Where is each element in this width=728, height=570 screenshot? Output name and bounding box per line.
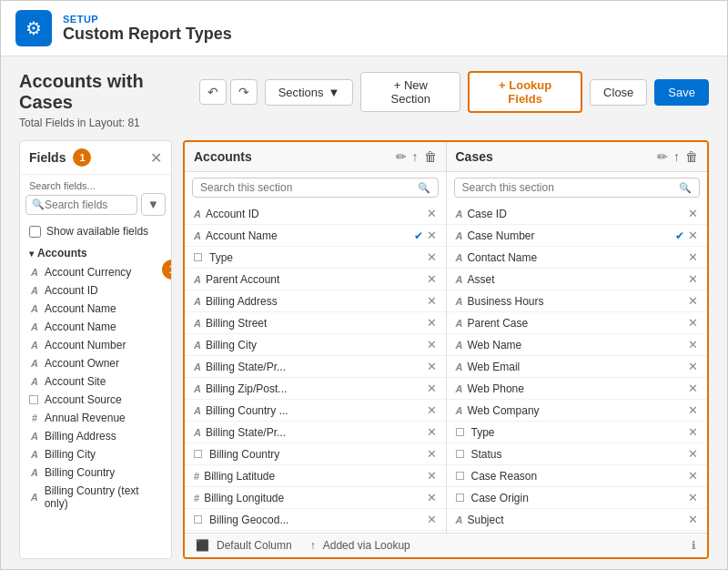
table-row: ABilling Address✕ [185, 290, 446, 312]
table-row: AContact Name✕ [447, 247, 708, 269]
fields-close-button[interactable]: ✕ [150, 149, 162, 167]
table-row: AWeb Name✕ [447, 334, 708, 356]
remove-button[interactable]: ✕ [688, 360, 698, 373]
remove-button[interactable]: ✕ [427, 469, 437, 483]
remove-button[interactable]: ✕ [427, 447, 437, 461]
field-type-icon: A [194, 209, 201, 219]
remove-button[interactable]: ✕ [427, 360, 437, 373]
table-row: Billing Geocod...✕ [185, 509, 446, 531]
remove-button[interactable]: ✕ [688, 294, 698, 308]
table-row: ABilling State/Pr...✕ [185, 422, 446, 443]
remove-button[interactable]: ✕ [688, 229, 698, 242]
remove-button[interactable]: ✕ [688, 207, 698, 220]
fields-search-box: 🔍 [25, 195, 137, 215]
remove-button[interactable]: ✕ [688, 447, 698, 461]
table-row: #Billing Longitude✕ [185, 487, 446, 509]
default-column-label: Default Column [217, 539, 292, 552]
remove-button[interactable]: ✕ [427, 425, 437, 439]
table-row: AAsset✕ [447, 269, 708, 290]
remove-button[interactable]: ✕ [688, 250, 698, 264]
fields-panel: Fields 1 ✕ Search fields... 🔍 ▼ Show ava… [19, 140, 172, 559]
list-item: AAccount Name [20, 300, 171, 318]
remove-button[interactable]: ✕ [427, 338, 437, 351]
field-type-icon: A [29, 467, 40, 478]
edit-icon[interactable]: ✏ [396, 149, 407, 164]
accounts-section-actions: ✏ ↑ 🗑 [396, 149, 437, 164]
remove-button[interactable]: ✕ [427, 272, 437, 286]
remove-button[interactable]: ✕ [688, 403, 698, 417]
remove-button[interactable]: ✕ [427, 403, 437, 417]
field-type-icon: A [194, 318, 201, 329]
cases-section-actions: ✏ ↑ 🗑 [657, 149, 698, 164]
trash-icon[interactable]: 🗑 [685, 149, 698, 164]
remove-button[interactable]: ✕ [688, 425, 698, 439]
fields-badge: 1 [73, 148, 91, 167]
list-item: #Annual Revenue [20, 409, 171, 427]
close-button[interactable]: Close [590, 79, 647, 106]
lookup-label: Added via Lookup [323, 539, 410, 552]
remove-button[interactable]: ✕ [427, 316, 437, 330]
remove-button[interactable]: ✕ [427, 250, 437, 264]
field-type-icon: A [29, 340, 40, 351]
redo-button[interactable]: ↷ [230, 79, 258, 105]
remove-button[interactable]: ✕ [427, 294, 437, 308]
chevron-icon: ▾ [29, 249, 34, 259]
table-row: ABusiness Hours✕ [447, 290, 708, 312]
remove-button[interactable]: ✕ [688, 491, 698, 504]
search-icon: 🔍 [32, 198, 45, 210]
show-available-label: Show available fields [46, 225, 148, 238]
field-type-icon: A [456, 340, 463, 351]
list-item: AAccount Number [20, 336, 171, 354]
remove-button[interactable]: ✕ [427, 491, 437, 504]
show-available-checkbox[interactable] [29, 226, 41, 238]
remove-button[interactable]: ✕ [427, 207, 437, 220]
table-row: ASubject✕ [447, 509, 708, 531]
accounts-search-input[interactable] [200, 181, 418, 194]
undo-button[interactable]: ↶ [199, 79, 227, 105]
edit-icon[interactable]: ✏ [657, 149, 668, 164]
up-icon[interactable]: ↑ [673, 149, 680, 164]
sections-grid: Accounts ✏ ↑ 🗑 🔍 AAccount [185, 142, 707, 533]
remove-button[interactable]: ✕ [427, 382, 437, 395]
trash-icon[interactable]: 🗑 [424, 149, 437, 164]
check-icon: ✔ [675, 229, 684, 242]
table-row: ACase ID✕ [447, 203, 708, 225]
check-icon: ✔ [414, 229, 423, 242]
table-row: Case Reason✕ [447, 465, 708, 487]
remove-button[interactable]: ✕ [427, 513, 437, 526]
field-type-icon: A [29, 321, 40, 332]
field-type-icon: A [194, 230, 201, 241]
field-type-icon [194, 515, 202, 524]
filter-button[interactable]: ▼ [141, 193, 166, 216]
app-title: Custom Report Types [63, 25, 232, 44]
field-type-icon: A [194, 427, 201, 438]
remove-button[interactable]: ✕ [688, 338, 698, 351]
table-row: AWeb Email✕ [447, 356, 708, 378]
total-fields-label: Total Fields in Layout: 81 [19, 117, 709, 129]
remove-button[interactable]: ✕ [427, 229, 437, 242]
list-item: AAccount ID [20, 281, 171, 300]
table-row: AWeb Company✕ [447, 400, 708, 422]
field-type-icon: A [456, 514, 463, 525]
fields-header: Fields 1 ✕ [20, 141, 171, 175]
remove-button[interactable]: ✕ [688, 272, 698, 286]
list-item: Account Source [20, 391, 171, 409]
list-item: ABilling Country (text only) [20, 482, 171, 513]
field-type-icon: # [194, 493, 199, 504]
field-type-icon: A [29, 358, 40, 369]
cases-search-input[interactable] [462, 181, 680, 194]
fields-search-input[interactable] [45, 198, 131, 211]
accounts-section-label: ▾ Accounts [20, 243, 171, 263]
sections-button[interactable]: Sections ▼ [265, 79, 354, 106]
remove-button[interactable]: ✕ [688, 513, 698, 526]
table-row: AAccount ID✕ [185, 203, 446, 225]
field-type-icon: A [456, 274, 463, 285]
up-icon[interactable]: ↑ [412, 149, 419, 164]
header-text: SETUP Custom Report Types [63, 14, 232, 44]
remove-button[interactable]: ✕ [688, 382, 698, 395]
lookup-fields-button[interactable]: + Lookup Fields [468, 71, 582, 113]
save-button[interactable]: Save [654, 79, 709, 106]
new-section-button[interactable]: + New Section [360, 72, 460, 112]
remove-button[interactable]: ✕ [688, 469, 698, 483]
remove-button[interactable]: ✕ [688, 316, 698, 330]
